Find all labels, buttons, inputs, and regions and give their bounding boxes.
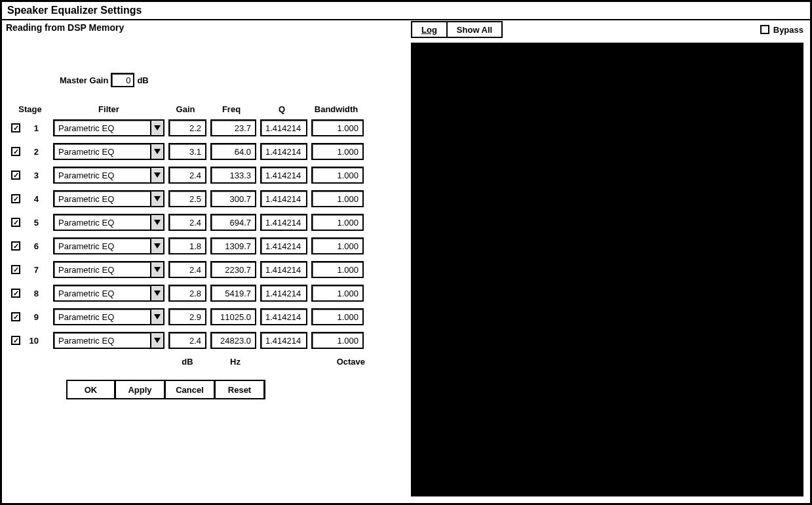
- q-input[interactable]: 1.414214: [260, 308, 307, 325]
- svg-marker-9: [154, 338, 161, 343]
- filter-select[interactable]: Parametric EQ: [53, 190, 164, 207]
- freq-input[interactable]: 694.7: [210, 214, 256, 231]
- bandwidth-input[interactable]: 1.000: [311, 167, 364, 184]
- window-title: Speaker Equalizer Settings: [2, 2, 810, 20]
- master-gain-input[interactable]: 0: [111, 73, 134, 87]
- bandwidth-input[interactable]: 1.000: [311, 119, 364, 136]
- filter-select[interactable]: Parametric EQ: [53, 237, 164, 254]
- header-q: Q: [256, 104, 307, 114]
- stage-enable-checkbox[interactable]: [11, 147, 20, 156]
- chevron-down-icon[interactable]: [150, 168, 163, 182]
- header-filter: Filter: [53, 104, 164, 114]
- stage-enable-checkbox[interactable]: [11, 312, 20, 321]
- q-input[interactable]: 1.414214: [260, 261, 307, 278]
- gain-input[interactable]: 1.8: [168, 237, 206, 254]
- freq-input[interactable]: 2230.7: [210, 261, 256, 278]
- gain-input[interactable]: 2.8: [168, 285, 206, 302]
- header-freq: Freq: [206, 104, 256, 114]
- stage-enable-checkbox[interactable]: [11, 289, 20, 298]
- filter-select[interactable]: Parametric EQ: [53, 308, 164, 325]
- chevron-down-icon[interactable]: [150, 333, 163, 348]
- stage-number: 7: [24, 265, 39, 275]
- q-input[interactable]: 1.414214: [260, 214, 307, 231]
- stage-number: 5: [24, 218, 39, 228]
- gain-input[interactable]: 2.4: [168, 332, 206, 349]
- tab-log[interactable]: Log: [412, 22, 446, 37]
- q-input[interactable]: 1.414214: [260, 167, 307, 184]
- button-bar: OK Apply Cancel Reset: [66, 380, 403, 399]
- gain-input[interactable]: 2.5: [168, 190, 206, 207]
- freq-input[interactable]: 1309.7: [210, 237, 256, 254]
- freq-input[interactable]: 300.7: [210, 190, 256, 207]
- q-input[interactable]: 1.414214: [260, 190, 307, 207]
- eq-plot-area[interactable]: [411, 43, 803, 496]
- column-headers: Stage Filter Gain Freq Q Bandwidth: [7, 104, 403, 114]
- tab-show-all[interactable]: Show All: [446, 22, 501, 37]
- gain-input[interactable]: 2.2: [168, 119, 206, 136]
- freq-input[interactable]: 11025.0: [210, 308, 256, 325]
- chevron-down-icon[interactable]: [150, 144, 163, 159]
- freq-input[interactable]: 24823.0: [210, 332, 256, 349]
- q-input[interactable]: 1.414214: [260, 332, 307, 349]
- chevron-down-icon[interactable]: [150, 239, 163, 253]
- ok-button[interactable]: OK: [66, 380, 116, 399]
- bandwidth-input[interactable]: 1.000: [311, 143, 364, 160]
- gain-input[interactable]: 3.1: [168, 143, 206, 160]
- bypass-checkbox[interactable]: [760, 25, 769, 34]
- stage-row: 9 Parametric EQ 2.9 11025.0 1.414214 1.0…: [7, 308, 403, 325]
- chevron-down-icon[interactable]: [150, 310, 163, 324]
- bandwidth-input[interactable]: 1.000: [311, 214, 364, 231]
- stage-number: 8: [24, 289, 39, 298]
- filter-select[interactable]: Parametric EQ: [53, 261, 164, 278]
- stage-rows: 1 Parametric EQ 2.2 23.7 1.414214 1.000 …: [7, 119, 403, 355]
- filter-select[interactable]: Parametric EQ: [53, 143, 164, 160]
- filter-select[interactable]: Parametric EQ: [53, 119, 164, 136]
- gain-input[interactable]: 2.4: [168, 167, 206, 184]
- reset-button[interactable]: Reset: [216, 380, 265, 399]
- chevron-down-icon[interactable]: [150, 192, 163, 206]
- freq-input[interactable]: 64.0: [210, 143, 256, 160]
- q-input[interactable]: 1.414214: [260, 143, 307, 160]
- stage-enable-checkbox[interactable]: [11, 241, 20, 251]
- bandwidth-input[interactable]: 1.000: [311, 332, 364, 349]
- stage-enable-checkbox[interactable]: [11, 218, 20, 227]
- apply-button[interactable]: Apply: [116, 380, 166, 399]
- chevron-down-icon[interactable]: [150, 121, 163, 135]
- stage-enable-checkbox[interactable]: [11, 194, 20, 203]
- cancel-button[interactable]: Cancel: [166, 380, 216, 399]
- gain-input[interactable]: 2.4: [168, 214, 206, 231]
- stage-enable-checkbox[interactable]: [11, 265, 20, 274]
- filter-select[interactable]: Parametric EQ: [53, 214, 164, 231]
- gain-input[interactable]: 2.9: [168, 308, 206, 325]
- bandwidth-input[interactable]: 1.000: [311, 261, 364, 278]
- bandwidth-input[interactable]: 1.000: [311, 308, 364, 325]
- stage-number: 3: [24, 171, 39, 180]
- filter-select-value: Parametric EQ: [58, 241, 114, 251]
- filter-select[interactable]: Parametric EQ: [53, 167, 164, 184]
- freq-input[interactable]: 5419.7: [210, 285, 256, 302]
- chevron-down-icon[interactable]: [150, 262, 163, 277]
- q-input[interactable]: 1.414214: [260, 237, 307, 254]
- unit-gain: dB: [164, 357, 210, 367]
- right-toolbar: Log Show All Bypass: [411, 20, 803, 39]
- q-input[interactable]: 1.414214: [260, 119, 307, 136]
- filter-select[interactable]: Parametric EQ: [53, 285, 164, 302]
- stage-enable-checkbox[interactable]: [11, 336, 20, 345]
- q-input[interactable]: 1.414214: [260, 285, 307, 302]
- freq-input[interactable]: 133.3: [210, 167, 256, 184]
- stage-enable-checkbox[interactable]: [11, 171, 20, 180]
- bandwidth-input[interactable]: 1.000: [311, 237, 364, 254]
- bypass-control: Bypass: [760, 25, 803, 35]
- freq-input[interactable]: 23.7: [210, 119, 256, 136]
- filter-select[interactable]: Parametric EQ: [53, 332, 164, 349]
- header-stage: Stage: [7, 104, 53, 114]
- window-body: Reading from DSP Memory Master Gain 0 dB…: [2, 20, 810, 503]
- bandwidth-input[interactable]: 1.000: [311, 190, 364, 207]
- unit-freq: Hz: [210, 357, 260, 367]
- bandwidth-input[interactable]: 1.000: [311, 285, 364, 302]
- chevron-down-icon[interactable]: [150, 286, 163, 300]
- chevron-down-icon[interactable]: [150, 215, 163, 230]
- gain-input[interactable]: 2.4: [168, 261, 206, 278]
- filter-select-value: Parametric EQ: [58, 336, 114, 346]
- stage-enable-checkbox[interactable]: [11, 123, 20, 132]
